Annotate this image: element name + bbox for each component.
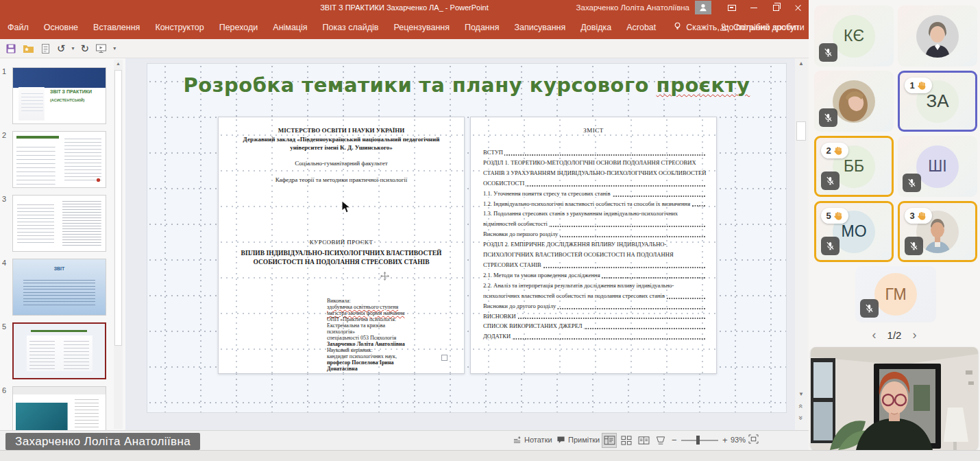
ribbon-tab[interactable]: Файл — [0, 23, 36, 32]
participant-tile[interactable]: ГМ — [855, 266, 936, 322]
ribbon-tab[interactable]: Анімація — [265, 23, 315, 32]
author-line: Захарченко Лоліта Анатоліївна — [327, 341, 463, 347]
raised-hand-number: 1 — [909, 80, 914, 91]
participant-tile[interactable]: ШІ — [898, 136, 977, 197]
close-button[interactable] — [787, 0, 809, 15]
slide-thumbnail[interactable]: ЗВІТ — [12, 259, 106, 316]
ribbon-display-button[interactable] — [721, 0, 743, 15]
qat-customize-caret-icon[interactable]: ▾ — [113, 45, 116, 51]
ribbon-tab[interactable]: Основне — [36, 23, 86, 32]
undo-caret-icon[interactable]: ▾ — [72, 45, 75, 51]
participant-tile[interactable]: 2 ББ — [814, 136, 894, 197]
slide-title[interactable]: Розробка тематики та плану курсового про… — [147, 73, 786, 97]
slide-thumbnail[interactable]: ЗВІТ З ПРАКТИКИ (АСИСТЕНТСЬКІЙ) — [12, 67, 106, 124]
close-icon — [794, 4, 802, 12]
ribbon-tab[interactable]: Конструктор — [147, 23, 211, 32]
slide-thumbnail[interactable] — [12, 322, 106, 379]
minimize-button[interactable] — [743, 0, 765, 15]
participant-tile[interactable]: КЄ — [814, 5, 894, 67]
scroll-down-icon[interactable]: ▼ — [795, 391, 807, 397]
author-line-text: психологія» — [327, 329, 355, 335]
title-bar: ЗВІТ З ПРАКТИКИ Захарченко ЛА_ - PowerPo… — [0, 0, 809, 15]
thumbnail-scrollbar[interactable]: ▲ — [114, 60, 123, 429]
slide-thumbnail[interactable] — [12, 131, 106, 188]
raised-hand-icon — [917, 80, 927, 91]
document-page-contents[interactable]: ЗМІСТ ВСТУПРОЗДІЛ 1. ТЕОРЕТИКО-МЕТОДОЛОГ… — [470, 117, 717, 374]
ribbon-tab[interactable]: Подання — [457, 23, 506, 32]
slide-thumbnail[interactable] — [12, 386, 106, 430]
save-icon[interactable] — [5, 43, 16, 54]
slide-number: 2 — [2, 131, 6, 139]
previous-slide-button[interactable]: « — [795, 402, 807, 410]
page-previous-icon[interactable]: ‹ — [872, 328, 877, 342]
participant-tile[interactable]: 3 — [898, 201, 977, 262]
slide-sorter-view-button[interactable] — [619, 433, 634, 448]
next-slide-button[interactable]: » — [795, 414, 807, 422]
thumbnail-row: 4 ЗВІТ — [12, 259, 106, 316]
scroll-up-icon[interactable]: ▲ — [114, 61, 123, 66]
toc-entry: ВСТУП — [483, 147, 707, 158]
raised-hand-number: 3 — [909, 211, 914, 221]
ribbon-tab[interactable]: Acrobat — [619, 23, 663, 32]
folder-star-icon[interactable] — [23, 43, 34, 54]
reading-view-button[interactable] — [636, 433, 651, 448]
participant-tile[interactable]: 5 МО — [814, 201, 894, 262]
self-video-tile[interactable] — [811, 347, 978, 450]
comments-label: Примітки — [568, 436, 600, 444]
ribbon-tab[interactable]: Вставлення — [86, 23, 147, 32]
author-line-text: спеціальності 053 Психологія — [327, 335, 396, 341]
editor-scrollbar[interactable]: ▲ ▼ « » — [795, 58, 807, 430]
selection-handle[interactable] — [441, 355, 448, 361]
page-next-icon[interactable]: › — [912, 328, 916, 342]
slideshow-view-button[interactable] — [653, 433, 668, 448]
scroll-up-icon[interactable]: ▲ — [795, 60, 807, 67]
redo-button[interactable]: ↻ — [81, 43, 90, 54]
lightbulb-icon — [673, 21, 682, 34]
ribbon-tab[interactable]: Записування — [506, 23, 573, 32]
normal-view-button[interactable] — [602, 433, 617, 448]
slide-thumbnail[interactable] — [12, 195, 106, 252]
document-icon[interactable] — [40, 43, 51, 54]
ribbon-tab[interactable]: Переходи — [212, 23, 266, 32]
zoom-percentage[interactable]: 93% — [731, 436, 746, 444]
thumbnail-row: 1 ЗВІТ З ПРАКТИКИ (АСИСТЕНТСЬКІЙ) — [12, 67, 106, 124]
zoom-in-button[interactable]: + — [722, 435, 728, 445]
ribbon-tab[interactable]: Рецензування — [386, 23, 456, 32]
scrollbar-thumb[interactable] — [796, 121, 806, 141]
notes-button[interactable]: Нотатки — [513, 436, 552, 444]
avatar: КЄ — [833, 15, 875, 58]
fit-slide-button[interactable] — [748, 434, 759, 445]
account-avatar-icon[interactable] — [695, 1, 711, 14]
share-button[interactable]: Спільний доступ — [720, 23, 799, 32]
participant-tile[interactable]: 1 ЗА — [898, 71, 977, 132]
document-page-title[interactable]: МІСТЕРСТВО ОСВІТИ І НАУКИ УКРАЇНИ Держав… — [218, 117, 465, 374]
restore-button[interactable] — [765, 0, 787, 15]
author-line-text: Захарченко Лоліта Анатоліївна — [327, 341, 405, 347]
start-slideshow-icon[interactable] — [95, 43, 107, 54]
avatar-initials: ШІ — [928, 157, 946, 176]
participant-tile[interactable] — [814, 71, 894, 132]
mic-muted-icon — [821, 172, 840, 190]
zoom-slider-track[interactable] — [681, 440, 718, 441]
author-line: спеціальності 053 Психологія — [327, 335, 463, 341]
toc-entry: 2.2. Аналіз та інтерпретація результатів… — [483, 281, 707, 301]
ribbon-tab[interactable]: Довідка — [573, 23, 619, 32]
mic-muted-icon — [860, 299, 879, 318]
thumbnail-text: ЗВІТ З ПРАКТИКИ — [50, 89, 92, 95]
author-line: ОПП «Практична психологія. — [327, 316, 463, 322]
participant-tile[interactable] — [898, 5, 977, 67]
zoom-out-button[interactable]: − — [672, 435, 677, 445]
slide-canvas[interactable]: Розробка тематики та плану курсового про… — [147, 64, 786, 412]
comment-icon — [556, 436, 565, 444]
restore-icon — [773, 5, 779, 11]
toc-entry: 2.1. Методи та умови проведення дослідже… — [483, 270, 707, 281]
zoom-slider-thumb[interactable] — [696, 436, 700, 445]
scrollbar-thumb[interactable] — [114, 70, 122, 346]
toc-entry-text: 1.3. Подолання стресових станів з урахув… — [483, 210, 678, 227]
ribbon-tab[interactable]: Показ слайдів — [315, 23, 387, 32]
participant-photo — [833, 80, 875, 123]
toc-entry-text: Висновки до другого розділу — [483, 303, 557, 309]
department-line: Кафедра теорії та методики практичної пс… — [219, 176, 464, 183]
comments-button[interactable]: Примітки — [556, 436, 600, 444]
undo-button[interactable]: ↺ — [57, 43, 66, 54]
